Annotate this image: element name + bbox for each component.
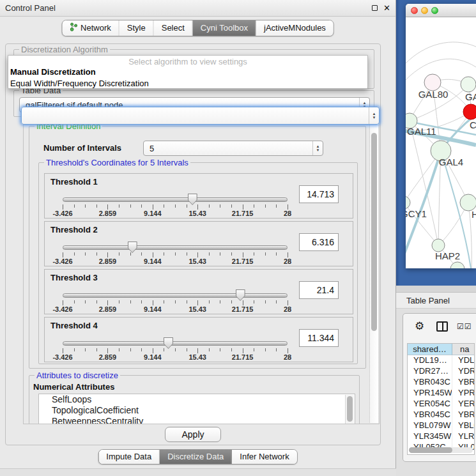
- cell-shared-name[interactable]: YBL079W: [408, 420, 452, 431]
- checkbox-icons[interactable]: ☑☑: [457, 322, 472, 331]
- slider-track[interactable]: [63, 293, 288, 298]
- tab-label: Network: [81, 23, 111, 33]
- tab-style[interactable]: Style: [119, 20, 154, 36]
- threshold-slider[interactable]: -3.4262.8599.14415.4321.71528: [58, 193, 293, 217]
- dropdown-item[interactable]: Manual Discretization: [8, 66, 367, 78]
- network-canvas[interactable]: GAL80GACGAL11GAL4GCY1HHAP2: [406, 17, 476, 268]
- tab-jactivemnodules[interactable]: jActiveMNodules: [256, 20, 334, 36]
- column-header-shared-name[interactable]: shared…: [408, 344, 452, 355]
- table-row[interactable]: YDR27…YDR2: [408, 366, 474, 377]
- cell-name[interactable]: YBR0: [452, 410, 474, 420]
- zoom-traffic-light-icon[interactable]: [431, 7, 438, 14]
- network-edge[interactable]: [406, 42, 476, 63]
- table-row[interactable]: YLR345WYLR3: [408, 431, 474, 442]
- threshold-value-field[interactable]: 14.713: [299, 185, 339, 203]
- tick-mark: [276, 252, 277, 256]
- slider-thumb[interactable]: [236, 289, 245, 301]
- cell-shared-name[interactable]: YPR145W: [408, 388, 452, 399]
- columns-icon[interactable]: [436, 321, 448, 332]
- attribute-list-item[interactable]: TopologicalCoefficient: [39, 405, 355, 416]
- cell-name[interactable]: YDL1: [452, 355, 474, 366]
- tab-cyni-toolbox[interactable]: Cyni Toolbox: [193, 20, 256, 36]
- cell-name[interactable]: YER0: [452, 399, 474, 410]
- float-icon[interactable]: [372, 5, 378, 11]
- threshold-value-field[interactable]: 11.344: [299, 329, 339, 347]
- cell-shared-name[interactable]: YER054C: [408, 399, 452, 410]
- top-tab-bar: NetworkStyleSelectCyni ToolboxjActiveMNo…: [61, 20, 334, 36]
- cell-shared-name[interactable]: YLR345W: [408, 431, 452, 442]
- threshold-value-field[interactable]: 21.4: [299, 281, 339, 299]
- stepper-arrows-icon[interactable]: ▲▼: [369, 107, 379, 124]
- network-graph[interactable]: GAL80GACGAL11GAL4GCY1HHAP2: [406, 17, 476, 268]
- tick-mark: [288, 252, 288, 257]
- tab-select[interactable]: Select: [154, 20, 193, 36]
- table-row[interactable]: YDL19…YDL1: [408, 355, 474, 366]
- network-window-titlebar[interactable]: [406, 4, 476, 17]
- column-header-name[interactable]: na: [452, 344, 474, 355]
- cell-name[interactable]: YDR2: [452, 366, 474, 377]
- close-traffic-light-icon[interactable]: [411, 7, 418, 14]
- scrollbar-thumb[interactable]: [347, 396, 353, 422]
- tab-infer-network[interactable]: Infer Network: [232, 450, 296, 464]
- table-row[interactable]: YBR043CYBR0: [408, 377, 474, 388]
- table-row[interactable]: YER054CYER0: [408, 399, 474, 410]
- numerical-attributes-list[interactable]: SelfLoopsTopologicalCoefficientBetweenne…: [38, 394, 355, 424]
- table-row[interactable]: YBR045CYBR0: [408, 410, 474, 420]
- tick-mark: [85, 204, 86, 208]
- slider-track[interactable]: [63, 245, 288, 250]
- threshold-slider[interactable]: -3.4262.8599.14415.4321.71528: [58, 289, 293, 313]
- network-edge[interactable]: [406, 151, 441, 254]
- group-title: Attributes to discretize: [35, 371, 120, 380]
- dropdown-item[interactable]: Equal Width/Frequency Discretization: [8, 78, 367, 89]
- slider-ticks: [63, 204, 288, 210]
- settings-scrollbar[interactable]: [369, 120, 378, 423]
- minimize-traffic-light-icon[interactable]: [421, 7, 428, 14]
- tab-impute-data[interactable]: Impute Data: [98, 450, 160, 464]
- cell-name[interactable]: YLR3: [452, 431, 474, 442]
- scrollbar-thumb[interactable]: [409, 447, 452, 453]
- threshold-value-field[interactable]: 6.316: [299, 233, 339, 251]
- close-icon[interactable]: ✕: [383, 3, 390, 13]
- network-node[interactable]: [461, 77, 476, 92]
- tick-mark: [153, 252, 153, 257]
- num-intervals-spinner[interactable]: 5 ▲▼: [143, 141, 323, 156]
- algorithm-combobox[interactable]: ▲▼: [21, 107, 380, 125]
- slider-thumb[interactable]: [188, 194, 197, 205]
- list-scrollbar[interactable]: [345, 395, 354, 424]
- apply-button[interactable]: Apply: [165, 427, 221, 442]
- slider-track[interactable]: [63, 197, 288, 202]
- network-node[interactable]: [432, 239, 445, 252]
- slider-track[interactable]: [63, 341, 288, 346]
- threshold-slider[interactable]: -3.4262.8599.14415.4321.71528: [58, 337, 293, 361]
- slider-thumb[interactable]: [164, 337, 173, 349]
- network-edge[interactable]: [406, 59, 476, 80]
- slider-thumb[interactable]: [128, 242, 137, 253]
- threshold-slider[interactable]: -3.4262.8599.14415.4321.71528: [58, 241, 293, 265]
- table-h-scrollbar[interactable]: [409, 447, 473, 453]
- tick-mark: [96, 252, 97, 256]
- stepper-arrows-icon[interactable]: ▲▼: [312, 141, 323, 155]
- thumb-face: [236, 290, 245, 300]
- cell-shared-name[interactable]: YDL19…: [408, 355, 452, 366]
- cell-shared-name[interactable]: YBR043C: [408, 377, 452, 388]
- slider-tick-labels: -3.4262.8599.14415.4321.71528: [63, 305, 288, 313]
- cell-shared-name[interactable]: YDR27…: [408, 366, 452, 377]
- tick-label: 9.144: [144, 353, 162, 361]
- cell-name[interactable]: YPR1: [452, 388, 474, 399]
- table-row[interactable]: YPR145WYPR1: [408, 388, 474, 399]
- cell-name[interactable]: YBR0: [452, 377, 474, 388]
- table-row[interactable]: YBL079WYBL0: [408, 420, 474, 431]
- tick-mark: [130, 252, 131, 256]
- tab-network[interactable]: Network: [62, 20, 119, 36]
- network-node[interactable]: [406, 196, 410, 209]
- cell-name[interactable]: YBL0: [452, 420, 474, 431]
- attribute-list-item[interactable]: BetweennessCentrality: [39, 416, 355, 424]
- gear-icon[interactable]: ⚙: [415, 321, 424, 332]
- attribute-list-item[interactable]: SelfLoops: [39, 394, 355, 405]
- slider-ticks: [63, 300, 288, 305]
- tab-discretize-data[interactable]: Discretize Data: [160, 450, 232, 464]
- node-table[interactable]: shared… na YDL19…YDL1YDR27…YDR2YBR043CYB…: [407, 343, 475, 455]
- network-node[interactable]: [463, 104, 476, 119]
- cell-shared-name[interactable]: YBR045C: [408, 410, 452, 420]
- scrollbar-thumb[interactable]: [371, 133, 377, 331]
